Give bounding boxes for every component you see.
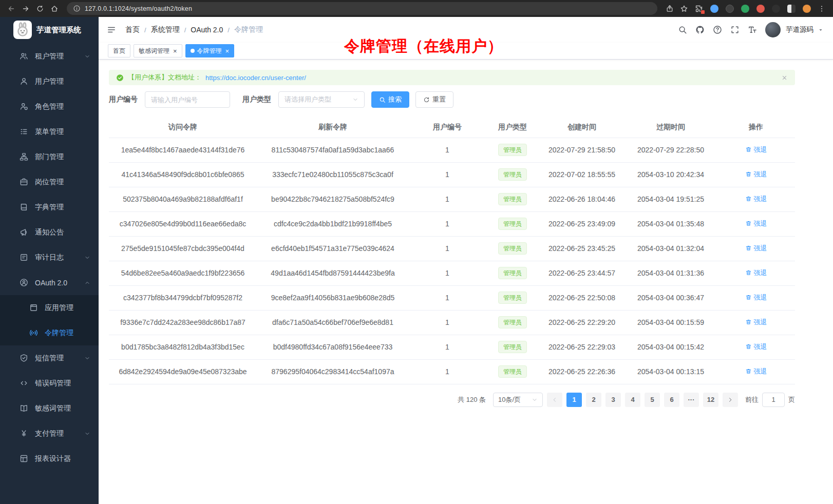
address-bar[interactable]: 127.0.0.1:1024/system/oauth2/token: [67, 2, 657, 15]
sidebar-item-oauth2-application[interactable]: 应用管理: [0, 295, 99, 320]
browser-menu-icon[interactable]: [816, 3, 828, 15]
sidebar-item-notice[interactable]: 通知公告: [0, 220, 99, 245]
profile-avatar-icon[interactable]: [803, 5, 811, 13]
pagination-page-3[interactable]: 3: [605, 393, 621, 407]
tab-sensitive-word[interactable]: 敏感词管理×: [134, 44, 182, 57]
tab-oauth2-token[interactable]: 令牌管理×: [185, 44, 235, 57]
user-type-select[interactable]: 请选择用户类型: [278, 91, 365, 108]
reload-icon[interactable]: [34, 3, 46, 15]
doc-link[interactable]: https://doc.iocoder.cn/user-center/: [205, 74, 306, 82]
force-logout-button[interactable]: 强退: [745, 318, 767, 327]
sidebar-item-report-designer[interactable]: 报表设计器: [0, 446, 99, 471]
alert-close-icon[interactable]: [781, 74, 788, 81]
sidebar-toggle-icon[interactable]: [107, 25, 116, 34]
cell-refresh-token: e6cfd40eb1f54571a31e775e039c4624: [257, 236, 409, 261]
cell-refresh-token: 9ce8ef2aa9f14056b831ae9b608e28d5: [257, 285, 409, 310]
force-logout-button[interactable]: 强退: [745, 268, 767, 278]
extensions-puzzle-icon[interactable]: [693, 3, 705, 14]
trash-icon: [745, 343, 752, 350]
breadcrumb-item[interactable]: 系统管理: [151, 25, 180, 34]
breadcrumb-item[interactable]: 首页: [125, 25, 140, 34]
extension-icon[interactable]: [741, 5, 749, 13]
force-logout-button[interactable]: 强退: [745, 293, 767, 302]
sidebar-item-sensitive-word[interactable]: 敏感词管理: [0, 396, 99, 421]
pagination-page-1[interactable]: 1: [566, 393, 582, 407]
extension-icon[interactable]: [787, 5, 796, 13]
sidebar-item-pay[interactable]: 支付管理: [0, 421, 99, 446]
force-logout-button[interactable]: 强退: [745, 219, 767, 228]
bookmark-star-icon[interactable]: [678, 3, 690, 15]
sidebar-item-audit-log[interactable]: 审计日志: [0, 245, 99, 270]
home-icon[interactable]: [48, 3, 61, 15]
sidebar-item-tenant[interactable]: 租户管理: [0, 44, 99, 69]
caret-down-icon[interactable]: [818, 27, 824, 33]
reset-button[interactable]: 重置: [415, 91, 453, 108]
sidebar-item-label: 敏感词管理: [35, 404, 90, 413]
site-info-icon[interactable]: [73, 5, 81, 12]
cell-access-token: 54d6be82ee5a460a9aedc1f9bf223656: [109, 261, 257, 285]
extension-icon[interactable]: [756, 5, 765, 13]
fullscreen-icon[interactable]: [730, 25, 740, 34]
page-size-select[interactable]: 10条/页: [493, 393, 543, 407]
sidebar-item-dept[interactable]: 部门管理: [0, 144, 99, 169]
pagination-page-12[interactable]: 12: [703, 393, 718, 407]
breadcrumb-item[interactable]: 令牌管理: [234, 25, 263, 34]
share-icon[interactable]: [664, 3, 676, 15]
breadcrumb-item[interactable]: OAuth 2.0: [191, 26, 223, 34]
table-header-row: 访问令牌刷新令牌用户编号用户类型创建时间过期时间操作: [109, 117, 795, 138]
github-icon[interactable]: [695, 25, 705, 34]
force-logout-button[interactable]: 强退: [745, 170, 767, 179]
user-name[interactable]: 芋道源码: [786, 25, 813, 34]
force-logout-button[interactable]: 强退: [745, 195, 767, 204]
sidebar-item-sms[interactable]: 短信管理: [0, 345, 99, 371]
pagination-next-button[interactable]: [723, 393, 738, 407]
extension-icon[interactable]: [772, 5, 780, 13]
pagination-ellipsis[interactable]: ···: [684, 393, 699, 407]
sidebar-item-oauth2-token[interactable]: 令牌管理: [0, 320, 99, 345]
chevron-down-icon: [84, 255, 90, 261]
user-type-badge: 管理员: [498, 267, 527, 279]
trash-icon: [745, 294, 752, 301]
cell-user-type: 管理员: [486, 285, 539, 310]
search-button[interactable]: 搜索: [371, 91, 409, 108]
sidebar-menu: 租户管理用户管理角色管理菜单管理部门管理岗位管理字典管理通知公告审计日志OAut…: [0, 43, 99, 504]
search-icon[interactable]: [678, 25, 687, 34]
cell-access-token: 41c41346a548490f9dc8b01c6bfe0865: [109, 162, 257, 187]
force-logout-button[interactable]: 强退: [745, 145, 767, 154]
sidebar-item-role[interactable]: 角色管理: [0, 94, 99, 119]
pagination-page-6[interactable]: 6: [664, 393, 679, 407]
tab-close-icon[interactable]: ×: [225, 48, 230, 54]
success-check-icon: [116, 74, 124, 82]
cell-expire-time: 2054-03-04 01:32:04: [624, 236, 717, 261]
help-icon[interactable]: [713, 25, 722, 34]
extension-icon[interactable]: [726, 5, 734, 13]
cell-user-type: 管理员: [486, 261, 539, 285]
sidebar-item-user[interactable]: 用户管理: [0, 69, 99, 94]
sidebar-item-post[interactable]: 岗位管理: [0, 169, 99, 195]
force-logout-button[interactable]: 强退: [745, 367, 767, 376]
force-logout-button[interactable]: 强退: [745, 244, 767, 253]
sidebar-item-dict[interactable]: 字典管理: [0, 195, 99, 220]
sidebar-item-oauth2[interactable]: OAuth 2.0: [0, 270, 99, 295]
font-size-icon[interactable]: [748, 25, 757, 34]
pagination-page-5[interactable]: 5: [645, 393, 660, 407]
pagination-page-2[interactable]: 2: [586, 393, 601, 407]
table-row: 41c41346a548490f9dc8b01c6bfe0865333ecfc7…: [109, 162, 795, 187]
pagination-page-4[interactable]: 4: [625, 393, 640, 407]
sidebar-item-error-code[interactable]: 错误码管理: [0, 371, 99, 396]
back-icon[interactable]: [5, 3, 17, 15]
extension-icon[interactable]: [710, 5, 718, 13]
tab-home[interactable]: 首页: [108, 44, 130, 57]
user-avatar[interactable]: [765, 22, 781, 37]
sidebar-item-label: 应用管理: [45, 303, 90, 313]
tab-close-icon[interactable]: ×: [173, 48, 177, 54]
trash-icon: [745, 220, 752, 227]
force-logout-button[interactable]: 强退: [745, 342, 767, 352]
page-jump-input[interactable]: [762, 393, 785, 407]
user-id-input[interactable]: [145, 91, 230, 108]
app-logo[interactable]: 芋道管理系统: [0, 17, 99, 43]
pagination-prev-button[interactable]: [547, 393, 562, 407]
forward-icon[interactable]: [20, 3, 32, 15]
sidebar-item-menu[interactable]: 菜单管理: [0, 119, 99, 144]
sidebar-item-label: OAuth 2.0: [35, 279, 84, 287]
